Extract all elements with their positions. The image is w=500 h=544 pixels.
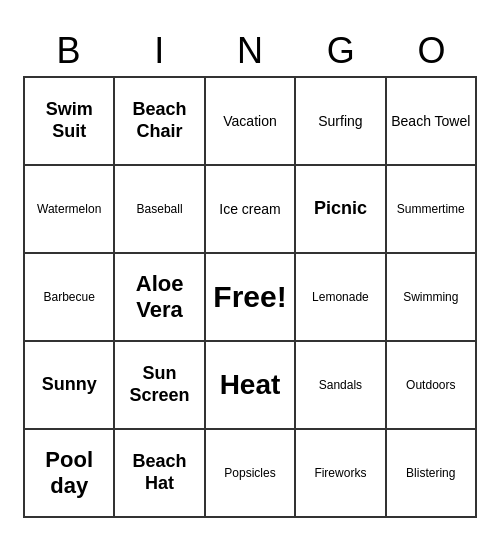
cell-r3-c1[interactable]: Sun Screen bbox=[115, 342, 205, 430]
cell-r1-c3[interactable]: Picnic bbox=[296, 166, 386, 254]
cell-label: Fireworks bbox=[314, 466, 366, 480]
cell-r2-c1[interactable]: Aloe Vera bbox=[115, 254, 205, 342]
cell-r2-c4[interactable]: Swimming bbox=[387, 254, 477, 342]
cell-r4-c3[interactable]: Fireworks bbox=[296, 430, 386, 518]
bingo-card: BINGO Swim SuitBeach ChairVacationSurfin… bbox=[15, 18, 485, 526]
cell-r2-c3[interactable]: Lemonade bbox=[296, 254, 386, 342]
cell-label: Ice cream bbox=[219, 201, 280, 218]
cell-label: Aloe Vera bbox=[119, 271, 199, 324]
header-letter: G bbox=[295, 26, 386, 76]
cell-label: Baseball bbox=[137, 202, 183, 216]
cell-r4-c1[interactable]: Beach Hat bbox=[115, 430, 205, 518]
cell-r4-c2[interactable]: Popsicles bbox=[206, 430, 296, 518]
cell-label: Beach Hat bbox=[119, 451, 199, 494]
header-letter: B bbox=[23, 26, 114, 76]
cell-label: Watermelon bbox=[37, 202, 101, 216]
header-letter: O bbox=[386, 26, 477, 76]
cell-r0-c1[interactable]: Beach Chair bbox=[115, 78, 205, 166]
cell-label: Lemonade bbox=[312, 290, 369, 304]
cell-label: Pool day bbox=[29, 447, 109, 500]
cell-r0-c4[interactable]: Beach Towel bbox=[387, 78, 477, 166]
cell-r2-c2[interactable]: Free! bbox=[206, 254, 296, 342]
cell-label: Sunny bbox=[42, 374, 97, 396]
cell-label: Vacation bbox=[223, 113, 276, 130]
cell-label: Swimming bbox=[403, 290, 458, 304]
cell-r3-c2[interactable]: Heat bbox=[206, 342, 296, 430]
cell-label: Sandals bbox=[319, 378, 362, 392]
header-letter: N bbox=[205, 26, 296, 76]
cell-r4-c0[interactable]: Pool day bbox=[25, 430, 115, 518]
cell-r1-c2[interactable]: Ice cream bbox=[206, 166, 296, 254]
cell-r0-c0[interactable]: Swim Suit bbox=[25, 78, 115, 166]
cell-r3-c4[interactable]: Outdoors bbox=[387, 342, 477, 430]
cell-label: Blistering bbox=[406, 466, 455, 480]
cell-label: Popsicles bbox=[224, 466, 275, 480]
cell-label: Free! bbox=[213, 279, 286, 315]
cell-r0-c2[interactable]: Vacation bbox=[206, 78, 296, 166]
cell-r1-c1[interactable]: Baseball bbox=[115, 166, 205, 254]
cell-r1-c0[interactable]: Watermelon bbox=[25, 166, 115, 254]
cell-label: Barbecue bbox=[44, 290, 95, 304]
header-letter: I bbox=[114, 26, 205, 76]
cell-r0-c3[interactable]: Surfing bbox=[296, 78, 386, 166]
cell-r1-c4[interactable]: Summertime bbox=[387, 166, 477, 254]
cell-label: Picnic bbox=[314, 198, 367, 220]
cell-label: Heat bbox=[220, 368, 281, 402]
cell-r3-c0[interactable]: Sunny bbox=[25, 342, 115, 430]
bingo-header: BINGO bbox=[23, 26, 477, 76]
bingo-grid: Swim SuitBeach ChairVacationSurfingBeach… bbox=[23, 76, 477, 518]
cell-label: Beach Chair bbox=[119, 99, 199, 142]
cell-label: Summertime bbox=[397, 202, 465, 216]
cell-label: Surfing bbox=[318, 113, 362, 130]
cell-label: Swim Suit bbox=[29, 99, 109, 142]
cell-label: Beach Towel bbox=[391, 113, 470, 130]
cell-r3-c3[interactable]: Sandals bbox=[296, 342, 386, 430]
cell-label: Outdoors bbox=[406, 378, 455, 392]
cell-label: Sun Screen bbox=[119, 363, 199, 406]
cell-r4-c4[interactable]: Blistering bbox=[387, 430, 477, 518]
cell-r2-c0[interactable]: Barbecue bbox=[25, 254, 115, 342]
